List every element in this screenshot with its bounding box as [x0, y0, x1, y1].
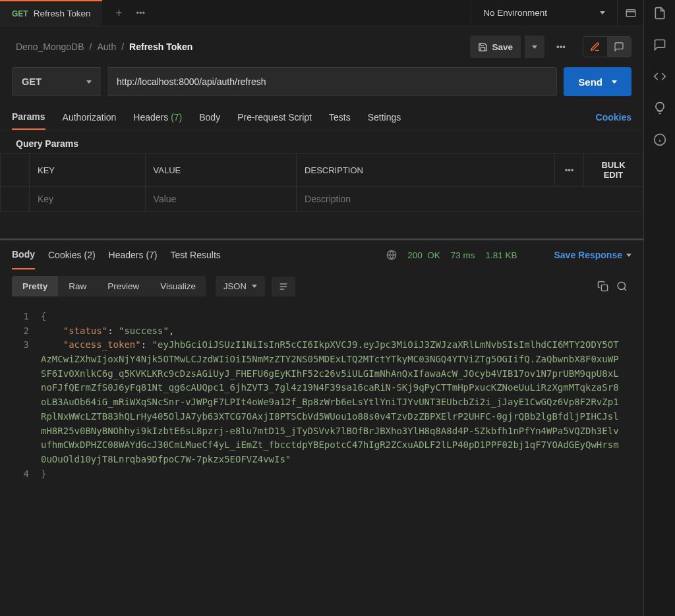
chevron-down-icon	[626, 254, 631, 257]
response-time: 73 ms	[451, 250, 475, 260]
tab-method: GET	[12, 9, 28, 18]
comment-mode-button[interactable]	[607, 37, 631, 57]
copy-button[interactable]	[593, 277, 612, 296]
chevron-down-icon	[600, 11, 605, 14]
tab-params[interactable]: Params	[12, 104, 45, 130]
response-pane: Body Cookies (2) Headers (7) Test Result…	[0, 240, 643, 616]
key-input[interactable]: Key	[30, 187, 146, 211]
resp-tab-cookies[interactable]: Cookies (2)	[48, 240, 96, 269]
table-options-button[interactable]: •••	[555, 154, 584, 187]
value-input[interactable]: Value	[145, 187, 297, 211]
col-key: KEY	[30, 154, 146, 187]
chevron-down-icon	[86, 80, 92, 84]
info-icon[interactable]	[653, 133, 666, 146]
tab-bar: GET Refresh Token ••• No Environment	[0, 0, 643, 26]
code-icon[interactable]	[653, 70, 666, 83]
col-description: DESCRIPTION	[297, 154, 555, 187]
lightbulb-icon[interactable]	[653, 101, 666, 115]
save-dropdown-button[interactable]	[525, 36, 544, 58]
svg-line-10	[624, 289, 626, 291]
row-checkbox[interactable]	[1, 187, 30, 211]
view-raw[interactable]: Raw	[58, 276, 97, 296]
resp-tab-headers[interactable]: Headers (7)	[109, 240, 158, 269]
environment-quicklook-button[interactable]	[617, 0, 643, 26]
bulk-edit-button[interactable]: Bulk Edit	[584, 154, 643, 187]
environment-select[interactable]: No Environment	[471, 0, 617, 26]
send-button[interactable]: Send	[564, 67, 631, 96]
search-button[interactable]	[612, 277, 631, 296]
tab-title: Refresh Token	[34, 9, 91, 18]
right-rail	[643, 0, 675, 616]
request-overflow-button[interactable]: •••	[551, 37, 571, 57]
view-preview[interactable]: Preview	[97, 276, 150, 296]
tab-headers[interactable]: Headers (7)	[133, 104, 182, 130]
method-select[interactable]: GET	[12, 67, 101, 96]
tab-refresh-token[interactable]: GET Refresh Token	[0, 0, 102, 26]
format-select[interactable]: JSON	[216, 276, 265, 296]
svg-rect-8	[601, 285, 607, 291]
request-header: Deno_MongoDB / Auth / Refresh Token Save…	[0, 26, 643, 67]
save-response-button[interactable]: Save Response	[554, 250, 632, 260]
tab-overflow-button[interactable]: •••	[136, 8, 145, 18]
documentation-icon[interactable]	[653, 7, 666, 20]
environment-label: No Environment	[483, 8, 547, 18]
tab-tests[interactable]: Tests	[329, 104, 351, 130]
tab-settings[interactable]: Settings	[368, 104, 401, 130]
checkbox-header	[1, 154, 30, 187]
response-tabs: Body Cookies (2) Headers (7) Test Result…	[0, 240, 643, 269]
breadcrumb: Deno_MongoDB / Auth / Refresh Token	[16, 42, 463, 52]
description-input[interactable]: Description	[297, 187, 643, 211]
tab-authorization[interactable]: Authorization	[63, 104, 117, 130]
response-body[interactable]: 1{ 2 "status": "success", 3 "access_toke…	[0, 303, 643, 616]
view-visualize[interactable]: Visualize	[150, 276, 206, 296]
wrap-lines-button[interactable]	[272, 277, 295, 296]
view-mode-toggle	[583, 36, 631, 57]
svg-rect-2	[626, 9, 635, 16]
tab-body[interactable]: Body	[199, 104, 220, 130]
globe-icon[interactable]	[386, 250, 397, 260]
chevron-down-icon	[612, 80, 617, 84]
params-table-area: KEY VALUE DESCRIPTION ••• Bulk Edit Key …	[0, 153, 643, 238]
build-mode-button[interactable]	[583, 37, 607, 57]
resp-tab-body[interactable]: Body	[12, 240, 35, 269]
cookies-link[interactable]: Cookies	[596, 112, 631, 123]
col-value: VALUE	[145, 154, 297, 187]
body-view-tabs: Pretty Raw Preview Visualize	[12, 276, 206, 296]
new-tab-button[interactable]	[114, 8, 124, 18]
view-pretty[interactable]: Pretty	[12, 276, 58, 296]
crumb-collection[interactable]: Deno_MongoDB	[16, 42, 84, 52]
url-input[interactable]	[107, 67, 557, 96]
url-bar: GET Send	[0, 67, 643, 104]
crumb-request: Refresh Token	[129, 42, 192, 52]
status-code: 200 OK	[407, 250, 440, 260]
save-group: Save	[470, 36, 544, 58]
response-status: 200 OK 73 ms 1.81 KB	[386, 250, 517, 260]
request-tabs: Params Authorization Headers (7) Body Pr…	[0, 104, 643, 130]
query-params-label: Query Params	[0, 130, 643, 153]
save-button[interactable]: Save	[470, 36, 521, 58]
comments-icon[interactable]	[653, 38, 666, 51]
crumb-folder[interactable]: Auth	[97, 42, 116, 52]
resp-tab-tests[interactable]: Test Results	[171, 240, 221, 269]
chevron-down-icon	[252, 285, 257, 288]
svg-point-9	[618, 282, 625, 289]
response-view-bar: Pretty Raw Preview Visualize JSON	[0, 269, 643, 303]
tab-prerequest[interactable]: Pre-request Script	[237, 104, 312, 130]
response-size: 1.81 KB	[485, 250, 517, 260]
